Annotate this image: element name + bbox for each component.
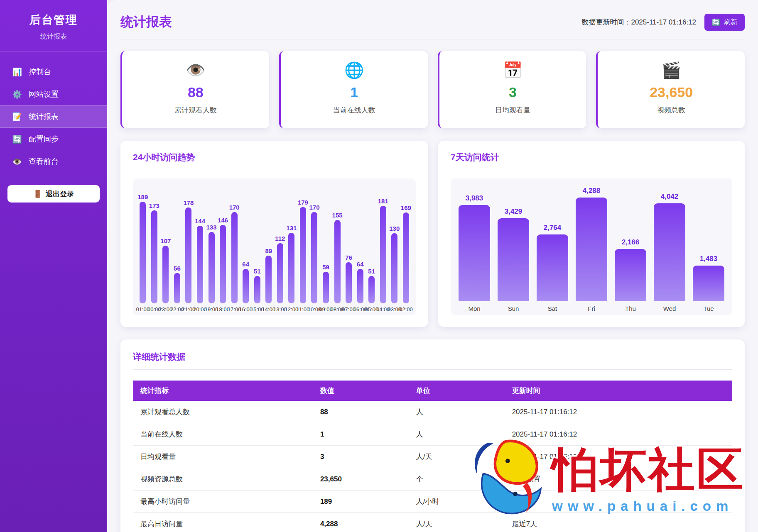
bar-value-label: 107 — [160, 238, 171, 244]
app-title: 后台管理 — [4, 12, 103, 27]
refresh-button[interactable]: 🔄 刷新 — [704, 14, 745, 31]
chart-bar-slot: 2,166Thu — [611, 239, 650, 313]
app-subtitle: 统计报表 — [4, 32, 103, 41]
stat-card: 🎬23,650视频总数 — [596, 51, 745, 128]
table-cell: 人/天 — [409, 446, 505, 468]
table-header-row: 统计指标数值单位更新时间 — [133, 381, 732, 401]
bar-value-label: 146 — [218, 217, 228, 223]
chart-bar-slot: 18901:00 — [137, 194, 149, 313]
table-cell: 人/天 — [409, 513, 505, 532]
24h-trend-card: 24小时访问趋势 18901:0017300:0010723:005622:00… — [120, 141, 428, 327]
calendar-icon: 📅 — [439, 62, 586, 79]
table-cell: 189 — [313, 491, 409, 513]
logout-button[interactable]: 🚪 退出登录 — [7, 185, 100, 203]
sidebar-item-view-frontend[interactable]: 👁️查看前台 — [0, 150, 107, 173]
update-time-value: 2025-11-17 01:16:12 — [631, 18, 696, 26]
x-axis-label: Sat — [548, 305, 557, 313]
door-icon: 🚪 — [33, 190, 42, 198]
chart-bar-slot: 15508:00 — [331, 212, 343, 313]
24h-chart-title: 24小时访问趋势 — [133, 151, 416, 163]
table-cell: 最高小时访问量 — [133, 491, 313, 513]
bar-value-label: 170 — [309, 204, 319, 210]
chart-bar-slot: 17300:00 — [149, 203, 160, 313]
table-cell: 视频资源总数 — [133, 468, 313, 491]
table-row: 日均观看量3人/天2025-11-17 01:16:12 — [133, 446, 732, 468]
table-cell: 累计观看总人数 — [133, 401, 313, 423]
chart-bar-slot: 8914:00 — [263, 248, 275, 313]
bar-value-label: 51 — [368, 268, 375, 274]
bar — [162, 246, 169, 303]
sidebar-item-label: 配置同步 — [29, 134, 59, 144]
stat-card: 📅3日均观看量 — [438, 51, 586, 128]
bar-value-label: 51 — [254, 268, 261, 274]
sidebar-item-site-settings[interactable]: ⚙️网站设置 — [0, 83, 107, 105]
bar — [615, 249, 646, 301]
sidebar-item-console[interactable]: 📊控制台 — [0, 61, 107, 83]
chart-bar-slot: 5105:00 — [366, 268, 378, 313]
bar-value-label: 59 — [322, 264, 329, 270]
table-cell: 系统配置 — [505, 468, 732, 491]
table-cell: 2025-11-17 01:16:12 — [505, 423, 732, 446]
bar — [346, 262, 352, 303]
bar-value-label: 1,483 — [700, 255, 718, 262]
bar-chart-icon: 📊 — [12, 67, 22, 77]
bar-value-label: 112 — [275, 235, 285, 242]
bar — [537, 234, 568, 301]
table-column-header: 数值 — [313, 381, 409, 401]
table-column-header: 单位 — [409, 381, 505, 401]
chart-bar-slot: 7607:00 — [343, 254, 355, 313]
chart-bar-slot: 13112:00 — [286, 225, 297, 313]
refresh-icon: 🔄 — [712, 18, 720, 26]
7day-stats-chart: 3,983Mon3,429Sun2,764Sat4,288Fri2,166Thu… — [451, 178, 732, 315]
page-title: 统计报表 — [120, 13, 172, 31]
table-row: 最高小时访问量189人/小时今日 — [133, 491, 732, 513]
chart-bar-slot: 13003:00 — [389, 225, 400, 313]
bar — [220, 225, 226, 303]
table-cell: 人 — [409, 401, 505, 423]
bar-value-label: 181 — [378, 198, 388, 204]
table-head: 统计指标数值单位更新时间 — [133, 381, 732, 401]
bar-value-label: 144 — [195, 218, 205, 224]
chart-bar-slot: 5909:00 — [320, 264, 332, 313]
chart-bar-slot: 4,288Fri — [572, 187, 611, 313]
bar — [243, 269, 249, 303]
refresh-label: 刷新 — [724, 18, 737, 27]
chart-bar-slot: 16902:00 — [400, 205, 412, 313]
chart-bar-slot: 1,483Tue — [689, 255, 728, 313]
chart-bar-slot: 13319:00 — [206, 224, 217, 313]
details-table: 统计指标数值单位更新时间 累计观看总人数88人2025-11-17 01:16:… — [133, 381, 732, 532]
chart-bar-slot: 14420:00 — [194, 218, 206, 313]
stat-cards-row: 👁️88累计观看人数🌐1当前在线人数📅3日均观看量🎬23,650视频总数 — [120, 51, 745, 128]
table-cell: 最高日访问量 — [133, 513, 313, 532]
bar — [334, 220, 341, 303]
sidebar-item-config-sync[interactable]: 🔄配置同步 — [0, 128, 107, 150]
bar — [391, 233, 397, 303]
bar-value-label: 89 — [265, 248, 272, 254]
stat-label: 累计观看人数 — [122, 105, 269, 115]
chart-bar-slot: 17911:00 — [297, 199, 309, 313]
bar-value-label: 173 — [149, 203, 159, 209]
chart-bar-slot: 3,983Mon — [455, 195, 494, 313]
sidebar-item-label: 查看前台 — [29, 156, 59, 166]
bar — [277, 243, 283, 303]
main-content: 统计报表 数据更新时间：2025-11-17 01:16:12 🔄 刷新 👁️8… — [107, 0, 758, 532]
chart-bar-slot: 17010:00 — [309, 204, 320, 313]
stat-value: 1 — [281, 84, 428, 100]
table-body: 累计观看总人数88人2025-11-17 01:16:12当前在线人数1人202… — [133, 401, 732, 532]
table-cell: 23,650 — [313, 468, 409, 491]
bar-value-label: 2,764 — [544, 224, 562, 231]
table-cell: 最近7天 — [505, 513, 732, 532]
bar — [265, 256, 272, 303]
x-axis-label: 02:00 — [399, 307, 413, 313]
sidebar-item-stats-report[interactable]: 📝统计报表 — [0, 105, 107, 128]
24h-trend-chart: 18901:0017300:0010723:005622:0017821:001… — [133, 178, 416, 315]
bar — [323, 272, 329, 303]
bar-value-label: 3,429 — [505, 208, 523, 215]
bar — [140, 202, 146, 303]
chart-bar-slot: 5622:00 — [172, 265, 183, 313]
chart-bar-slot: 6416:00 — [240, 261, 252, 313]
chart-bar-slot: 2,764Sat — [533, 224, 572, 313]
eye-icon: 👁️ — [12, 157, 22, 166]
7day-chart-title: 7天访问统计 — [451, 151, 732, 163]
table-column-header: 统计指标 — [133, 381, 313, 401]
